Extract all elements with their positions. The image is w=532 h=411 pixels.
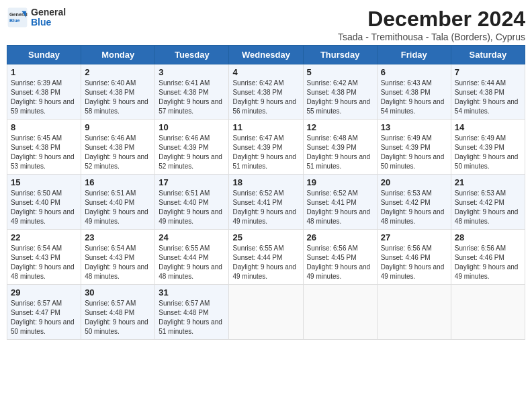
day-info: Sunrise: 6:56 AMSunset: 4:45 PMDaylight:… bbox=[307, 244, 373, 281]
day-info: Sunrise: 6:46 AMSunset: 4:38 PMDaylight:… bbox=[85, 134, 151, 171]
subtitle: Tsada - Tremithousa - Tala (Borders), Cy… bbox=[338, 32, 525, 42]
day-info: Sunrise: 6:40 AMSunset: 4:38 PMDaylight:… bbox=[85, 79, 151, 116]
day-number: 14 bbox=[455, 122, 521, 132]
day-number: 1 bbox=[11, 67, 77, 77]
day-number: 6 bbox=[381, 67, 447, 77]
calendar-cell: 6Sunrise: 6:43 AMSunset: 4:38 PMDaylight… bbox=[377, 64, 451, 120]
day-info: Sunrise: 6:55 AMSunset: 4:44 PMDaylight:… bbox=[159, 244, 225, 281]
logo: General Blue General Blue bbox=[7, 7, 66, 28]
calendar-cell: 7Sunrise: 6:44 AMSunset: 4:38 PMDaylight… bbox=[451, 64, 525, 120]
calendar-week-3: 15Sunrise: 6:50 AMSunset: 4:40 PMDayligh… bbox=[7, 175, 525, 230]
day-number: 12 bbox=[307, 122, 373, 132]
calendar-cell: 10Sunrise: 6:46 AMSunset: 4:39 PMDayligh… bbox=[155, 120, 229, 175]
calendar-cell: 16Sunrise: 6:51 AMSunset: 4:40 PMDayligh… bbox=[81, 175, 155, 230]
day-info: Sunrise: 6:41 AMSunset: 4:38 PMDaylight:… bbox=[159, 79, 225, 116]
calendar-cell: 14Sunrise: 6:49 AMSunset: 4:39 PMDayligh… bbox=[451, 120, 525, 175]
logo-icon: General Blue bbox=[7, 7, 28, 28]
day-info: Sunrise: 6:39 AMSunset: 4:38 PMDaylight:… bbox=[11, 79, 77, 116]
calendar-cell: 30Sunrise: 6:57 AMSunset: 4:48 PMDayligh… bbox=[81, 285, 155, 340]
day-number: 3 bbox=[159, 67, 225, 77]
day-info: Sunrise: 6:51 AMSunset: 4:40 PMDaylight:… bbox=[85, 189, 151, 226]
calendar-cell: 19Sunrise: 6:52 AMSunset: 4:41 PMDayligh… bbox=[303, 175, 377, 230]
calendar-cell: 1Sunrise: 6:39 AMSunset: 4:38 PMDaylight… bbox=[7, 64, 81, 120]
calendar-cell: 11Sunrise: 6:47 AMSunset: 4:39 PMDayligh… bbox=[229, 120, 303, 175]
day-info: Sunrise: 6:57 AMSunset: 4:48 PMDaylight:… bbox=[159, 299, 225, 336]
day-number: 17 bbox=[159, 177, 225, 187]
calendar-week-5: 29Sunrise: 6:57 AMSunset: 4:47 PMDayligh… bbox=[7, 285, 525, 340]
day-info: Sunrise: 6:48 AMSunset: 4:39 PMDaylight:… bbox=[307, 134, 373, 171]
day-info: Sunrise: 6:42 AMSunset: 4:38 PMDaylight:… bbox=[307, 79, 373, 116]
calendar-cell: 25Sunrise: 6:55 AMSunset: 4:44 PMDayligh… bbox=[229, 230, 303, 285]
calendar-cell: 4Sunrise: 6:42 AMSunset: 4:38 PMDaylight… bbox=[229, 64, 303, 120]
calendar-header-row: SundayMondayTuesdayWednesdayThursdayFrid… bbox=[7, 46, 525, 64]
day-info: Sunrise: 6:57 AMSunset: 4:48 PMDaylight:… bbox=[85, 299, 151, 336]
calendar-header-monday: Monday bbox=[81, 46, 155, 64]
calendar-week-2: 8Sunrise: 6:45 AMSunset: 4:38 PMDaylight… bbox=[7, 120, 525, 175]
calendar-cell bbox=[303, 285, 377, 340]
calendar: SundayMondayTuesdayWednesdayThursdayFrid… bbox=[7, 45, 525, 340]
day-number: 31 bbox=[159, 287, 225, 298]
calendar-header-thursday: Thursday bbox=[303, 46, 377, 64]
logo-text: General Blue bbox=[31, 7, 66, 28]
day-info: Sunrise: 6:47 AMSunset: 4:39 PMDaylight:… bbox=[232, 134, 299, 171]
calendar-cell: 18Sunrise: 6:52 AMSunset: 4:41 PMDayligh… bbox=[229, 175, 303, 230]
calendar-cell: 5Sunrise: 6:42 AMSunset: 4:38 PMDaylight… bbox=[303, 64, 377, 120]
day-info: Sunrise: 6:53 AMSunset: 4:42 PMDaylight:… bbox=[455, 189, 521, 226]
day-info: Sunrise: 6:56 AMSunset: 4:46 PMDaylight:… bbox=[381, 244, 447, 281]
calendar-cell: 20Sunrise: 6:53 AMSunset: 4:42 PMDayligh… bbox=[377, 175, 451, 230]
main-title: December 2024 bbox=[338, 7, 525, 32]
calendar-header-tuesday: Tuesday bbox=[155, 46, 229, 64]
day-number: 26 bbox=[307, 232, 373, 242]
day-info: Sunrise: 6:46 AMSunset: 4:39 PMDaylight:… bbox=[159, 134, 225, 171]
calendar-cell: 9Sunrise: 6:46 AMSunset: 4:38 PMDaylight… bbox=[81, 120, 155, 175]
day-number: 15 bbox=[11, 177, 77, 187]
calendar-cell bbox=[377, 285, 451, 340]
day-number: 22 bbox=[11, 232, 77, 242]
day-number: 9 bbox=[85, 122, 151, 132]
day-number: 20 bbox=[381, 177, 447, 187]
calendar-cell: 17Sunrise: 6:51 AMSunset: 4:40 PMDayligh… bbox=[155, 175, 229, 230]
calendar-header-wednesday: Wednesday bbox=[229, 46, 303, 64]
day-info: Sunrise: 6:43 AMSunset: 4:38 PMDaylight:… bbox=[381, 79, 447, 116]
title-area: December 2024 Tsada - Tremithousa - Tala… bbox=[338, 7, 525, 42]
day-number: 10 bbox=[159, 122, 225, 132]
day-info: Sunrise: 6:54 AMSunset: 4:43 PMDaylight:… bbox=[85, 244, 151, 281]
calendar-week-1: 1Sunrise: 6:39 AMSunset: 4:38 PMDaylight… bbox=[7, 64, 525, 120]
day-number: 24 bbox=[159, 232, 225, 242]
calendar-cell: 29Sunrise: 6:57 AMSunset: 4:47 PMDayligh… bbox=[7, 285, 81, 340]
logo-general-text: General bbox=[31, 7, 66, 17]
day-info: Sunrise: 6:52 AMSunset: 4:41 PMDaylight:… bbox=[232, 189, 299, 226]
day-number: 18 bbox=[232, 177, 299, 187]
day-number: 19 bbox=[307, 177, 373, 187]
day-info: Sunrise: 6:54 AMSunset: 4:43 PMDaylight:… bbox=[11, 244, 77, 281]
calendar-cell: 21Sunrise: 6:53 AMSunset: 4:42 PMDayligh… bbox=[451, 175, 525, 230]
day-info: Sunrise: 6:45 AMSunset: 4:38 PMDaylight:… bbox=[11, 134, 77, 171]
calendar-cell: 23Sunrise: 6:54 AMSunset: 4:43 PMDayligh… bbox=[81, 230, 155, 285]
day-number: 23 bbox=[85, 232, 151, 242]
day-number: 25 bbox=[232, 232, 299, 242]
calendar-header-saturday: Saturday bbox=[451, 46, 525, 64]
day-number: 27 bbox=[381, 232, 447, 242]
day-number: 8 bbox=[11, 122, 77, 132]
logo-blue-text: Blue bbox=[31, 17, 66, 28]
day-number: 2 bbox=[85, 67, 151, 77]
calendar-cell: 26Sunrise: 6:56 AMSunset: 4:45 PMDayligh… bbox=[303, 230, 377, 285]
day-info: Sunrise: 6:42 AMSunset: 4:38 PMDaylight:… bbox=[232, 79, 299, 116]
day-info: Sunrise: 6:49 AMSunset: 4:39 PMDaylight:… bbox=[381, 134, 447, 171]
day-number: 28 bbox=[455, 232, 521, 242]
day-info: Sunrise: 6:57 AMSunset: 4:47 PMDaylight:… bbox=[11, 299, 77, 336]
day-number: 29 bbox=[11, 287, 77, 298]
day-number: 11 bbox=[232, 122, 299, 132]
calendar-cell: 28Sunrise: 6:56 AMSunset: 4:46 PMDayligh… bbox=[451, 230, 525, 285]
day-info: Sunrise: 6:56 AMSunset: 4:46 PMDaylight:… bbox=[455, 244, 521, 281]
day-number: 7 bbox=[455, 67, 521, 77]
day-number: 4 bbox=[232, 67, 299, 77]
calendar-cell: 13Sunrise: 6:49 AMSunset: 4:39 PMDayligh… bbox=[377, 120, 451, 175]
day-info: Sunrise: 6:44 AMSunset: 4:38 PMDaylight:… bbox=[455, 79, 521, 116]
svg-text:Blue: Blue bbox=[9, 17, 20, 24]
day-info: Sunrise: 6:55 AMSunset: 4:44 PMDaylight:… bbox=[232, 244, 299, 281]
day-info: Sunrise: 6:50 AMSunset: 4:40 PMDaylight:… bbox=[11, 189, 77, 226]
calendar-cell: 12Sunrise: 6:48 AMSunset: 4:39 PMDayligh… bbox=[303, 120, 377, 175]
calendar-cell: 2Sunrise: 6:40 AMSunset: 4:38 PMDaylight… bbox=[81, 64, 155, 120]
day-number: 30 bbox=[85, 287, 151, 298]
